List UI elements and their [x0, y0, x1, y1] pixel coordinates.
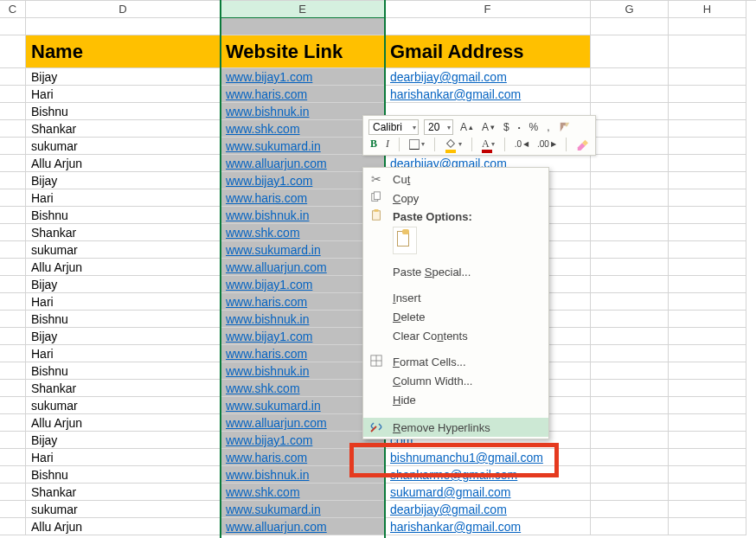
- empty-cell[interactable]: [0, 362, 26, 380]
- empty-cell[interactable]: [591, 397, 669, 414]
- empty-cell[interactable]: [591, 207, 669, 224]
- menu-hide[interactable]: Hide: [363, 390, 548, 409]
- cell-email[interactable]: dearbijay@gmail.com: [385, 68, 591, 86]
- empty-cell[interactable]: [26, 18, 221, 35]
- cell-name[interactable]: Hari: [26, 449, 221, 466]
- cell-name[interactable]: Shankar: [26, 380, 221, 397]
- empty-cell[interactable]: [669, 328, 746, 345]
- column-header-D[interactable]: D: [26, 1, 221, 18]
- bold-button[interactable]: B: [368, 138, 379, 151]
- cell-website-link[interactable]: www.bijay1.com: [221, 172, 385, 189]
- empty-cell[interactable]: [0, 189, 26, 207]
- empty-cell[interactable]: [591, 328, 669, 345]
- empty-cell[interactable]: [0, 466, 26, 484]
- column-header-C[interactable]: C: [0, 1, 26, 18]
- empty-cell[interactable]: [0, 501, 26, 518]
- empty-cell[interactable]: [0, 18, 26, 35]
- empty-cell[interactable]: [0, 484, 26, 501]
- hyperlink[interactable]: www.haris.com: [226, 347, 307, 361]
- hyperlink[interactable]: www.sukumard.in: [226, 243, 321, 257]
- empty-cell[interactable]: [669, 276, 746, 293]
- cell-name[interactable]: sukumar: [26, 397, 221, 414]
- empty-cell[interactable]: [591, 276, 669, 293]
- empty-cell[interactable]: [669, 501, 746, 518]
- menu-remove-hyperlinks[interactable]: Remove Hyperlinks: [363, 418, 548, 437]
- cell-website-link[interactable]: www.alluarjun.com: [221, 259, 385, 276]
- cell-website-link[interactable]: www.bijay1.com: [221, 328, 385, 345]
- hyperlink[interactable]: www.bijay1.com: [226, 330, 312, 343]
- cell-name[interactable]: sukumar: [26, 241, 221, 259]
- cell-name[interactable]: Allu Arjun: [26, 155, 221, 172]
- empty-cell[interactable]: [669, 207, 746, 224]
- cell-name[interactable]: Hari: [26, 345, 221, 362]
- empty-cell[interactable]: [669, 362, 746, 380]
- font-name-input[interactable]: [371, 121, 413, 133]
- font-name-combo[interactable]: ▾: [368, 119, 419, 135]
- empty-cell[interactable]: [0, 138, 26, 155]
- hyperlink[interactable]: sukumard@gmail.com: [390, 485, 510, 499]
- cell-name[interactable]: Shankar: [26, 224, 221, 241]
- column-header-F[interactable]: F: [385, 1, 591, 18]
- empty-cell[interactable]: [591, 518, 669, 535]
- empty-cell[interactable]: [669, 35, 746, 68]
- cell-website-link[interactable]: www.bijay1.com: [221, 276, 385, 293]
- cell-email[interactable]: shankarme@gmail.com: [385, 466, 591, 484]
- empty-cell[interactable]: [591, 155, 669, 172]
- hyperlink[interactable]: www.bijay1.com: [226, 433, 312, 447]
- column-header-H[interactable]: H: [669, 1, 746, 18]
- menu-insert[interactable]: Insert: [363, 288, 548, 307]
- cell-website-link[interactable]: www.shk.com: [221, 224, 385, 241]
- empty-cell[interactable]: [669, 18, 746, 35]
- fill-color-button[interactable]: ▾: [443, 137, 464, 151]
- empty-cell[interactable]: [591, 18, 669, 35]
- cell-website-link[interactable]: www.alluarjun.com: [221, 414, 385, 432]
- italic-button[interactable]: I: [384, 138, 391, 151]
- empty-cell[interactable]: [591, 241, 669, 259]
- cell-name[interactable]: Allu Arjun: [26, 259, 221, 276]
- hyperlink[interactable]: www.alluarjun.com: [226, 260, 327, 274]
- empty-cell[interactable]: [591, 35, 669, 68]
- cell-website-link[interactable]: www.sukumard.in: [221, 138, 385, 155]
- empty-cell[interactable]: [669, 311, 746, 328]
- cell-website-link[interactable]: www.bishnuk.in: [221, 207, 385, 224]
- hyperlink[interactable]: www.bishnuk.in: [226, 468, 310, 482]
- cell-website-link[interactable]: www.bishnuk.in: [221, 103, 385, 120]
- hyperlink[interactable]: www.shk.com: [226, 226, 300, 240]
- empty-cell[interactable]: [669, 484, 746, 501]
- empty-cell[interactable]: [669, 120, 746, 138]
- cell-email[interactable]: bishnumanchu1@gmail.com: [385, 449, 591, 466]
- format-painter-icon[interactable]: [557, 121, 573, 133]
- empty-cell[interactable]: [669, 397, 746, 414]
- cell-website-link[interactable]: www.shk.com: [221, 484, 385, 501]
- empty-cell[interactable]: [669, 224, 746, 241]
- hyperlink[interactable]: dearbijay@gmail.com: [390, 503, 507, 516]
- hyperlink[interactable]: www.bishnuk.in: [226, 105, 310, 118]
- cell-website-link[interactable]: www.haris.com: [221, 293, 385, 311]
- empty-cell[interactable]: [669, 518, 746, 535]
- hyperlink[interactable]: www.shk.com: [226, 122, 300, 136]
- cell-website-link[interactable]: www.haris.com: [221, 449, 385, 466]
- cell-name[interactable]: Bijay: [26, 172, 221, 189]
- hyperlink[interactable]: www.alluarjun.com: [226, 520, 327, 534]
- empty-cell[interactable]: [591, 138, 669, 155]
- hyperlink[interactable]: dearbijay@gmail.com: [390, 70, 507, 84]
- empty-cell[interactable]: [669, 432, 746, 449]
- menu-cut[interactable]: ✂ Cut: [363, 170, 548, 189]
- cell-website-link[interactable]: www.sukumard.in: [221, 241, 385, 259]
- hyperlink[interactable]: www.bishnuk.in: [226, 208, 310, 222]
- cell-email[interactable]: harishankar@gmail.com: [385, 86, 591, 103]
- empty-cell[interactable]: [669, 103, 746, 120]
- cell-website-link[interactable]: www.haris.com: [221, 345, 385, 362]
- empty-cell[interactable]: [0, 120, 26, 138]
- menu-copy[interactable]: Copy: [363, 189, 548, 208]
- hyperlink[interactable]: www.bijay1.com: [226, 278, 312, 291]
- font-size-input[interactable]: [426, 121, 447, 133]
- hyperlink[interactable]: bishnumanchu1@gmail.com: [390, 451, 543, 464]
- empty-cell[interactable]: [0, 68, 26, 86]
- border-button[interactable]: ▾: [407, 139, 426, 150]
- empty-cell[interactable]: [669, 414, 746, 432]
- empty-cell[interactable]: [669, 155, 746, 172]
- hyperlink[interactable]: harishankar@gmail.com: [390, 87, 521, 101]
- menu-clear-contents[interactable]: Clear Contents: [363, 326, 548, 345]
- cell-name[interactable]: Shankar: [26, 120, 221, 138]
